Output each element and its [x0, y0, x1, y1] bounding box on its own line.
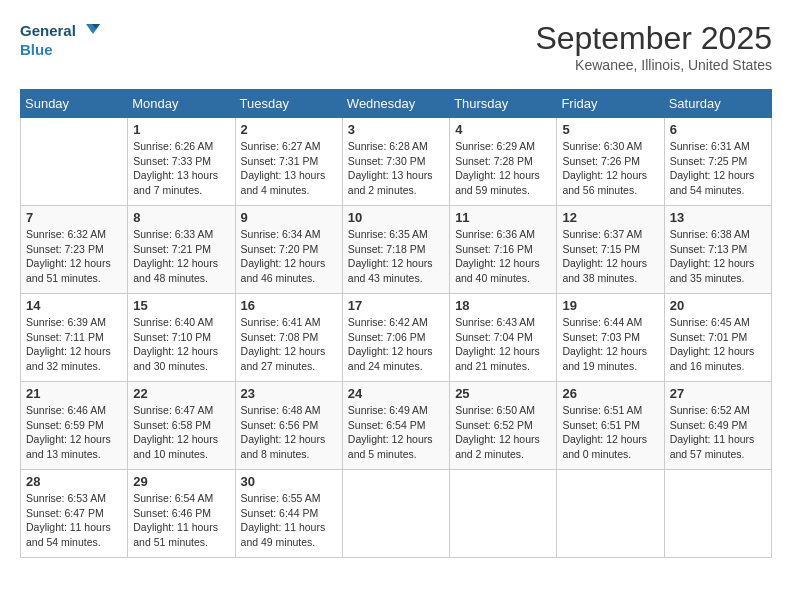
day-number: 16 — [241, 298, 337, 313]
calendar-cell: 2Sunrise: 6:27 AM Sunset: 7:31 PM Daylig… — [235, 118, 342, 206]
day-number: 2 — [241, 122, 337, 137]
day-number: 12 — [562, 210, 658, 225]
week-row-3: 14Sunrise: 6:39 AM Sunset: 7:11 PM Dayli… — [21, 294, 772, 382]
day-info: Sunrise: 6:26 AM Sunset: 7:33 PM Dayligh… — [133, 139, 229, 198]
calendar-body: 1Sunrise: 6:26 AM Sunset: 7:33 PM Daylig… — [21, 118, 772, 558]
day-number: 4 — [455, 122, 551, 137]
calendar-cell — [450, 470, 557, 558]
day-info: Sunrise: 6:50 AM Sunset: 6:52 PM Dayligh… — [455, 403, 551, 462]
day-info: Sunrise: 6:44 AM Sunset: 7:03 PM Dayligh… — [562, 315, 658, 374]
day-info: Sunrise: 6:49 AM Sunset: 6:54 PM Dayligh… — [348, 403, 444, 462]
day-number: 15 — [133, 298, 229, 313]
calendar-cell: 7Sunrise: 6:32 AM Sunset: 7:23 PM Daylig… — [21, 206, 128, 294]
day-header-sunday: Sunday — [21, 90, 128, 118]
calendar-cell: 16Sunrise: 6:41 AM Sunset: 7:08 PM Dayli… — [235, 294, 342, 382]
calendar-cell — [664, 470, 771, 558]
day-number: 25 — [455, 386, 551, 401]
day-header-monday: Monday — [128, 90, 235, 118]
calendar-cell: 29Sunrise: 6:54 AM Sunset: 6:46 PM Dayli… — [128, 470, 235, 558]
day-info: Sunrise: 6:31 AM Sunset: 7:25 PM Dayligh… — [670, 139, 766, 198]
calendar-cell: 9Sunrise: 6:34 AM Sunset: 7:20 PM Daylig… — [235, 206, 342, 294]
week-row-2: 7Sunrise: 6:32 AM Sunset: 7:23 PM Daylig… — [21, 206, 772, 294]
calendar-cell: 24Sunrise: 6:49 AM Sunset: 6:54 PM Dayli… — [342, 382, 449, 470]
calendar-cell: 6Sunrise: 6:31 AM Sunset: 7:25 PM Daylig… — [664, 118, 771, 206]
day-info: Sunrise: 6:53 AM Sunset: 6:47 PM Dayligh… — [26, 491, 122, 550]
calendar-cell: 11Sunrise: 6:36 AM Sunset: 7:16 PM Dayli… — [450, 206, 557, 294]
day-info: Sunrise: 6:40 AM Sunset: 7:10 PM Dayligh… — [133, 315, 229, 374]
page-header: General Blue September 2025 Kewanee, Ill… — [20, 20, 772, 73]
day-header-saturday: Saturday — [664, 90, 771, 118]
calendar-header: SundayMondayTuesdayWednesdayThursdayFrid… — [21, 90, 772, 118]
day-info: Sunrise: 6:30 AM Sunset: 7:26 PM Dayligh… — [562, 139, 658, 198]
calendar-cell: 18Sunrise: 6:43 AM Sunset: 7:04 PM Dayli… — [450, 294, 557, 382]
day-info: Sunrise: 6:42 AM Sunset: 7:06 PM Dayligh… — [348, 315, 444, 374]
day-info: Sunrise: 6:51 AM Sunset: 6:51 PM Dayligh… — [562, 403, 658, 462]
calendar-cell: 26Sunrise: 6:51 AM Sunset: 6:51 PM Dayli… — [557, 382, 664, 470]
day-number: 13 — [670, 210, 766, 225]
day-info: Sunrise: 6:33 AM Sunset: 7:21 PM Dayligh… — [133, 227, 229, 286]
calendar-cell: 12Sunrise: 6:37 AM Sunset: 7:15 PM Dayli… — [557, 206, 664, 294]
day-number: 11 — [455, 210, 551, 225]
logo-bird-icon — [78, 20, 100, 42]
week-row-4: 21Sunrise: 6:46 AM Sunset: 6:59 PM Dayli… — [21, 382, 772, 470]
day-info: Sunrise: 6:48 AM Sunset: 6:56 PM Dayligh… — [241, 403, 337, 462]
day-info: Sunrise: 6:27 AM Sunset: 7:31 PM Dayligh… — [241, 139, 337, 198]
calendar-cell: 10Sunrise: 6:35 AM Sunset: 7:18 PM Dayli… — [342, 206, 449, 294]
week-row-1: 1Sunrise: 6:26 AM Sunset: 7:33 PM Daylig… — [21, 118, 772, 206]
day-number: 22 — [133, 386, 229, 401]
calendar-cell — [21, 118, 128, 206]
day-number: 5 — [562, 122, 658, 137]
day-number: 18 — [455, 298, 551, 313]
calendar-cell — [342, 470, 449, 558]
calendar-cell: 1Sunrise: 6:26 AM Sunset: 7:33 PM Daylig… — [128, 118, 235, 206]
day-header-friday: Friday — [557, 90, 664, 118]
day-number: 21 — [26, 386, 122, 401]
calendar-cell — [557, 470, 664, 558]
day-number: 10 — [348, 210, 444, 225]
day-number: 8 — [133, 210, 229, 225]
day-number: 6 — [670, 122, 766, 137]
logo-blue: Blue — [20, 42, 100, 59]
day-number: 30 — [241, 474, 337, 489]
day-number: 19 — [562, 298, 658, 313]
day-header-tuesday: Tuesday — [235, 90, 342, 118]
day-info: Sunrise: 6:46 AM Sunset: 6:59 PM Dayligh… — [26, 403, 122, 462]
day-info: Sunrise: 6:29 AM Sunset: 7:28 PM Dayligh… — [455, 139, 551, 198]
calendar-cell: 27Sunrise: 6:52 AM Sunset: 6:49 PM Dayli… — [664, 382, 771, 470]
day-number: 24 — [348, 386, 444, 401]
day-info: Sunrise: 6:35 AM Sunset: 7:18 PM Dayligh… — [348, 227, 444, 286]
day-number: 9 — [241, 210, 337, 225]
title-block: September 2025 Kewanee, Illinois, United… — [535, 20, 772, 73]
day-number: 1 — [133, 122, 229, 137]
day-info: Sunrise: 6:32 AM Sunset: 7:23 PM Dayligh… — [26, 227, 122, 286]
day-info: Sunrise: 6:52 AM Sunset: 6:49 PM Dayligh… — [670, 403, 766, 462]
day-info: Sunrise: 6:38 AM Sunset: 7:13 PM Dayligh… — [670, 227, 766, 286]
day-info: Sunrise: 6:45 AM Sunset: 7:01 PM Dayligh… — [670, 315, 766, 374]
calendar-cell: 13Sunrise: 6:38 AM Sunset: 7:13 PM Dayli… — [664, 206, 771, 294]
calendar-cell: 14Sunrise: 6:39 AM Sunset: 7:11 PM Dayli… — [21, 294, 128, 382]
day-header-thursday: Thursday — [450, 90, 557, 118]
day-info: Sunrise: 6:47 AM Sunset: 6:58 PM Dayligh… — [133, 403, 229, 462]
calendar-cell: 20Sunrise: 6:45 AM Sunset: 7:01 PM Dayli… — [664, 294, 771, 382]
day-number: 29 — [133, 474, 229, 489]
day-header-wednesday: Wednesday — [342, 90, 449, 118]
day-info: Sunrise: 6:37 AM Sunset: 7:15 PM Dayligh… — [562, 227, 658, 286]
calendar-cell: 17Sunrise: 6:42 AM Sunset: 7:06 PM Dayli… — [342, 294, 449, 382]
day-number: 23 — [241, 386, 337, 401]
calendar-cell: 21Sunrise: 6:46 AM Sunset: 6:59 PM Dayli… — [21, 382, 128, 470]
header-row: SundayMondayTuesdayWednesdayThursdayFrid… — [21, 90, 772, 118]
day-number: 26 — [562, 386, 658, 401]
calendar-cell: 8Sunrise: 6:33 AM Sunset: 7:21 PM Daylig… — [128, 206, 235, 294]
logo-general: General — [20, 23, 76, 40]
day-info: Sunrise: 6:55 AM Sunset: 6:44 PM Dayligh… — [241, 491, 337, 550]
logo: General Blue — [20, 20, 100, 59]
day-info: Sunrise: 6:36 AM Sunset: 7:16 PM Dayligh… — [455, 227, 551, 286]
day-info: Sunrise: 6:39 AM Sunset: 7:11 PM Dayligh… — [26, 315, 122, 374]
calendar-cell: 5Sunrise: 6:30 AM Sunset: 7:26 PM Daylig… — [557, 118, 664, 206]
day-number: 20 — [670, 298, 766, 313]
day-number: 3 — [348, 122, 444, 137]
day-number: 28 — [26, 474, 122, 489]
day-info: Sunrise: 6:43 AM Sunset: 7:04 PM Dayligh… — [455, 315, 551, 374]
calendar-cell: 22Sunrise: 6:47 AM Sunset: 6:58 PM Dayli… — [128, 382, 235, 470]
day-info: Sunrise: 6:34 AM Sunset: 7:20 PM Dayligh… — [241, 227, 337, 286]
